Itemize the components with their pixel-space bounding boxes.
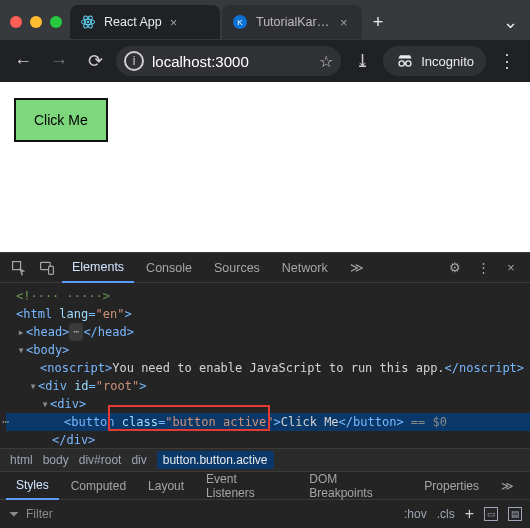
svg-point-3: [87, 21, 89, 23]
svg-point-6: [399, 61, 404, 66]
crumb-body[interactable]: body: [43, 453, 69, 467]
tab-title: React App: [104, 15, 162, 29]
subtab-computed[interactable]: Computed: [61, 472, 136, 500]
subpanel-tabs: Styles Computed Layout Event Listeners D…: [0, 472, 530, 500]
window-close-button[interactable]: [10, 16, 22, 28]
subtabs-overflow[interactable]: ≫: [491, 472, 524, 500]
collapse-arrow-icon[interactable]: ▾: [16, 341, 26, 359]
inspect-element-icon[interactable]: [6, 255, 32, 281]
incognito-label: Incognito: [421, 54, 474, 69]
window-controls: [10, 16, 62, 28]
tab-title: TutorialKart - Fr: [256, 15, 332, 29]
computed-panel-icon[interactable]: ▤: [508, 507, 522, 521]
crumb-div-root[interactable]: div#root: [79, 453, 122, 467]
new-style-rule-button[interactable]: +: [465, 505, 474, 523]
expand-arrow-icon[interactable]: ▸: [16, 323, 26, 341]
dom-div-root[interactable]: <div id="root">: [38, 377, 146, 395]
device-toggle-icon[interactable]: [34, 255, 60, 281]
browser-chrome: React App × K TutorialKart - Fr × + ⌄ ← …: [0, 0, 530, 82]
subtab-dom-breakpoints[interactable]: DOM Breakpoints: [299, 472, 412, 500]
tk-logo-icon: K: [232, 14, 248, 30]
dom-inner-div[interactable]: <div>: [50, 395, 86, 413]
dom-noscript[interactable]: <noscript>: [40, 359, 112, 377]
crumb-html[interactable]: html: [10, 453, 33, 467]
subtab-event-listeners[interactable]: Event Listeners: [196, 472, 297, 500]
download-button[interactable]: ⤓: [347, 46, 377, 76]
devtools-panel-tabs: Elements Console Sources Network ≫ ⚙ ⋮ ×: [0, 253, 530, 283]
cls-toggle[interactable]: .cls: [437, 507, 455, 521]
window-zoom-button[interactable]: [50, 16, 62, 28]
react-logo-icon: [80, 14, 96, 30]
page-viewport: Click Me: [0, 82, 530, 252]
devtools-subpanel: Styles Computed Layout Event Listeners D…: [0, 472, 530, 528]
svg-text:K: K: [237, 18, 243, 27]
dom-selected-node[interactable]: ⋯ <button class="button active">Click Me…: [6, 413, 530, 431]
collapse-arrow-icon[interactable]: ▾: [40, 395, 50, 413]
incognito-icon: [395, 55, 415, 67]
devtools-close-icon[interactable]: ×: [498, 255, 524, 281]
tab-tutorialkart[interactable]: K TutorialKart - Fr ×: [222, 5, 362, 39]
styles-filter[interactable]: ⏷ Filter: [8, 507, 53, 521]
settings-icon[interactable]: ⚙: [442, 255, 468, 281]
filter-icon: ⏷: [8, 507, 20, 521]
reload-button[interactable]: ⟳: [80, 46, 110, 76]
tab-strip: React App × K TutorialKart - Fr × + ⌄: [0, 0, 530, 40]
elements-dom-tree[interactable]: <!···· ·····> <html lang="en"> ▸<head>⋯<…: [0, 283, 530, 448]
dom-body-open[interactable]: <body>: [26, 341, 69, 359]
selected-marker-icon: ⋯: [2, 413, 9, 431]
dom-div-close[interactable]: </div>: [52, 431, 95, 448]
forward-button[interactable]: →: [44, 46, 74, 76]
url-text: localhost:3000: [152, 53, 249, 70]
svg-rect-10: [49, 266, 54, 274]
back-button[interactable]: ←: [8, 46, 38, 76]
styles-toolbar: ⏷ Filter :hov .cls + ▭ ▤: [0, 500, 530, 528]
ellipsis-icon[interactable]: ⋯: [69, 323, 83, 341]
browser-menu-button[interactable]: ⋮: [492, 46, 522, 76]
devtools: Elements Console Sources Network ≫ ⚙ ⋮ ×…: [0, 252, 530, 528]
tab-react-app[interactable]: React App ×: [70, 5, 220, 39]
close-icon[interactable]: ×: [170, 15, 184, 30]
toggle-sidebar-icon[interactable]: ▭: [484, 507, 498, 521]
panel-tab-elements[interactable]: Elements: [62, 253, 134, 283]
svg-point-7: [406, 61, 411, 66]
address-bar[interactable]: i localhost:3000 ☆: [116, 46, 341, 76]
tabs-dropdown-button[interactable]: ⌄: [496, 11, 524, 33]
click-me-button[interactable]: Click Me: [14, 98, 108, 142]
incognito-pill[interactable]: Incognito: [383, 46, 486, 76]
bookmark-icon[interactable]: ☆: [319, 52, 333, 71]
toolbar: ← → ⟳ i localhost:3000 ☆ ⤓ Incognito ⋮: [0, 40, 530, 82]
hov-toggle[interactable]: :hov: [404, 507, 427, 521]
breadcrumb[interactable]: html body div#root div button.button.act…: [0, 448, 530, 472]
dom-doctype: <!···· ·····>: [16, 287, 110, 305]
panel-tab-network[interactable]: Network: [272, 253, 338, 283]
subtab-properties[interactable]: Properties: [414, 472, 489, 500]
crumb-div[interactable]: div: [131, 453, 146, 467]
subtab-layout[interactable]: Layout: [138, 472, 194, 500]
collapse-arrow-icon[interactable]: ▾: [28, 377, 38, 395]
panel-tab-console[interactable]: Console: [136, 253, 202, 283]
panel-tab-sources[interactable]: Sources: [204, 253, 270, 283]
filter-label: Filter: [26, 507, 53, 521]
new-tab-button[interactable]: +: [364, 8, 392, 36]
dom-head[interactable]: <head>: [26, 323, 69, 341]
site-info-icon[interactable]: i: [124, 51, 144, 71]
crumb-button-active[interactable]: button.button.active: [157, 451, 274, 469]
dom-html-open[interactable]: <html lang="en">: [16, 305, 132, 323]
close-icon[interactable]: ×: [340, 15, 354, 30]
window-minimize-button[interactable]: [30, 16, 42, 28]
subtab-styles[interactable]: Styles: [6, 472, 59, 500]
devtools-menu-icon[interactable]: ⋮: [470, 255, 496, 281]
panel-tabs-overflow[interactable]: ≫: [340, 253, 374, 283]
